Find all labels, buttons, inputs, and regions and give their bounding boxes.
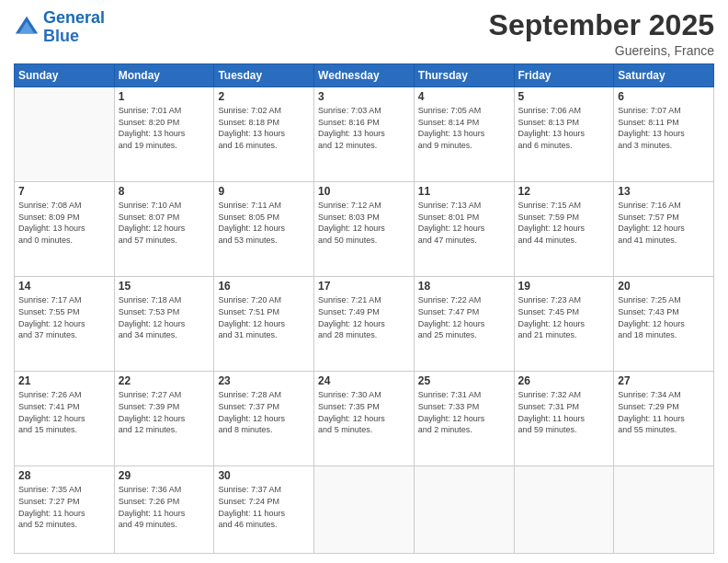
day-cell: 13Sunrise: 7:16 AM Sunset: 7:57 PM Dayli…: [614, 182, 714, 277]
day-cell: 7Sunrise: 7:08 AM Sunset: 8:09 PM Daylig…: [15, 182, 115, 277]
day-number: 27: [618, 374, 710, 387]
day-info: Sunrise: 7:01 AM Sunset: 8:20 PM Dayligh…: [119, 105, 210, 151]
day-info: Sunrise: 7:08 AM Sunset: 8:09 PM Dayligh…: [18, 200, 110, 246]
col-header-sunday: Sunday: [15, 64, 115, 87]
day-info: Sunrise: 7:13 AM Sunset: 8:01 PM Dayligh…: [418, 200, 510, 246]
day-number: 11: [418, 185, 510, 198]
day-info: Sunrise: 7:28 AM Sunset: 7:37 PM Dayligh…: [218, 389, 310, 435]
day-cell: 10Sunrise: 7:12 AM Sunset: 8:03 PM Dayli…: [314, 182, 415, 277]
day-cell: [514, 466, 614, 554]
day-cell: 6Sunrise: 7:07 AM Sunset: 8:11 PM Daylig…: [614, 87, 714, 182]
day-info: Sunrise: 7:03 AM Sunset: 8:16 PM Dayligh…: [318, 105, 410, 151]
day-number: 28: [18, 469, 110, 482]
day-cell: 16Sunrise: 7:20 AM Sunset: 7:51 PM Dayli…: [214, 277, 314, 372]
day-number: 6: [618, 90, 710, 103]
logo-line2: Blue: [43, 27, 79, 45]
day-info: Sunrise: 7:22 AM Sunset: 7:47 PM Dayligh…: [418, 294, 510, 340]
day-cell: 27Sunrise: 7:34 AM Sunset: 7:29 PM Dayli…: [614, 372, 714, 466]
day-cell: 20Sunrise: 7:25 AM Sunset: 7:43 PM Dayli…: [614, 277, 714, 372]
day-cell: 25Sunrise: 7:31 AM Sunset: 7:33 PM Dayli…: [414, 372, 514, 466]
week-row-3: 21Sunrise: 7:26 AM Sunset: 7:41 PM Dayli…: [15, 372, 714, 466]
day-cell: [414, 466, 514, 554]
day-number: 17: [318, 280, 410, 293]
calendar-table: SundayMondayTuesdayWednesdayThursdayFrid…: [14, 63, 714, 554]
day-cell: 12Sunrise: 7:15 AM Sunset: 7:59 PM Dayli…: [514, 182, 614, 277]
day-info: Sunrise: 7:12 AM Sunset: 8:03 PM Dayligh…: [318, 200, 410, 246]
header-row: SundayMondayTuesdayWednesdayThursdayFrid…: [15, 64, 714, 87]
day-cell: 1Sunrise: 7:01 AM Sunset: 8:20 PM Daylig…: [114, 87, 214, 182]
day-number: 29: [119, 469, 210, 482]
calendar-subtitle: Guereins, France: [489, 43, 714, 58]
day-number: 19: [518, 280, 610, 293]
day-info: Sunrise: 7:26 AM Sunset: 7:41 PM Dayligh…: [18, 389, 110, 435]
day-cell: 24Sunrise: 7:30 AM Sunset: 7:35 PM Dayli…: [314, 372, 415, 466]
col-header-wednesday: Wednesday: [314, 64, 415, 87]
day-number: 18: [418, 280, 510, 293]
day-cell: 23Sunrise: 7:28 AM Sunset: 7:37 PM Dayli…: [214, 372, 314, 466]
day-cell: 17Sunrise: 7:21 AM Sunset: 7:49 PM Dayli…: [314, 277, 415, 372]
calendar-title: September 2025: [489, 9, 714, 41]
day-cell: 11Sunrise: 7:13 AM Sunset: 8:01 PM Dayli…: [414, 182, 514, 277]
day-number: 22: [119, 374, 210, 387]
page: General Blue September 2025 Guereins, Fr…: [0, 0, 728, 563]
day-cell: [314, 466, 415, 554]
day-cell: 15Sunrise: 7:18 AM Sunset: 7:53 PM Dayli…: [114, 277, 214, 372]
day-info: Sunrise: 7:17 AM Sunset: 7:55 PM Dayligh…: [18, 294, 110, 340]
day-number: 13: [618, 185, 710, 198]
day-info: Sunrise: 7:36 AM Sunset: 7:26 PM Dayligh…: [119, 484, 210, 530]
day-cell: 4Sunrise: 7:05 AM Sunset: 8:14 PM Daylig…: [414, 87, 514, 182]
day-cell: 5Sunrise: 7:06 AM Sunset: 8:13 PM Daylig…: [514, 87, 614, 182]
day-number: 14: [18, 280, 110, 293]
day-number: 9: [218, 185, 310, 198]
col-header-friday: Friday: [514, 64, 614, 87]
day-cell: 21Sunrise: 7:26 AM Sunset: 7:41 PM Dayli…: [15, 372, 115, 466]
day-number: 12: [518, 185, 610, 198]
header: General Blue September 2025 Guereins, Fr…: [14, 9, 714, 58]
day-info: Sunrise: 7:34 AM Sunset: 7:29 PM Dayligh…: [618, 389, 710, 435]
day-info: Sunrise: 7:02 AM Sunset: 8:18 PM Dayligh…: [218, 105, 310, 151]
day-info: Sunrise: 7:23 AM Sunset: 7:45 PM Dayligh…: [518, 294, 610, 340]
day-cell: 9Sunrise: 7:11 AM Sunset: 8:05 PM Daylig…: [214, 182, 314, 277]
day-info: Sunrise: 7:05 AM Sunset: 8:14 PM Dayligh…: [418, 105, 510, 151]
week-row-4: 28Sunrise: 7:35 AM Sunset: 7:27 PM Dayli…: [15, 466, 714, 554]
day-number: 30: [218, 469, 310, 482]
day-cell: 18Sunrise: 7:22 AM Sunset: 7:47 PM Dayli…: [414, 277, 514, 372]
day-info: Sunrise: 7:15 AM Sunset: 7:59 PM Dayligh…: [518, 200, 610, 246]
day-cell: 2Sunrise: 7:02 AM Sunset: 8:18 PM Daylig…: [214, 87, 314, 182]
day-info: Sunrise: 7:16 AM Sunset: 7:57 PM Dayligh…: [618, 200, 710, 246]
day-info: Sunrise: 7:06 AM Sunset: 8:13 PM Dayligh…: [518, 105, 610, 151]
day-cell: [614, 466, 714, 554]
day-number: 16: [218, 280, 310, 293]
day-info: Sunrise: 7:32 AM Sunset: 7:31 PM Dayligh…: [518, 389, 610, 435]
day-number: 10: [318, 185, 410, 198]
title-block: September 2025 Guereins, France: [489, 9, 714, 58]
logo: General Blue: [14, 9, 105, 46]
col-header-tuesday: Tuesday: [214, 64, 314, 87]
day-info: Sunrise: 7:27 AM Sunset: 7:39 PM Dayligh…: [119, 389, 210, 435]
day-info: Sunrise: 7:21 AM Sunset: 7:49 PM Dayligh…: [318, 294, 410, 340]
day-number: 26: [518, 374, 610, 387]
day-cell: 26Sunrise: 7:32 AM Sunset: 7:31 PM Dayli…: [514, 372, 614, 466]
week-row-1: 7Sunrise: 7:08 AM Sunset: 8:09 PM Daylig…: [15, 182, 714, 277]
day-cell: 28Sunrise: 7:35 AM Sunset: 7:27 PM Dayli…: [15, 466, 115, 554]
day-info: Sunrise: 7:30 AM Sunset: 7:35 PM Dayligh…: [318, 389, 410, 435]
week-row-2: 14Sunrise: 7:17 AM Sunset: 7:55 PM Dayli…: [15, 277, 714, 372]
day-cell: 30Sunrise: 7:37 AM Sunset: 7:24 PM Dayli…: [214, 466, 314, 554]
day-info: Sunrise: 7:07 AM Sunset: 8:11 PM Dayligh…: [618, 105, 710, 151]
day-cell: 3Sunrise: 7:03 AM Sunset: 8:16 PM Daylig…: [314, 87, 415, 182]
col-header-monday: Monday: [114, 64, 214, 87]
day-number: 8: [119, 185, 210, 198]
day-info: Sunrise: 7:31 AM Sunset: 7:33 PM Dayligh…: [418, 389, 510, 435]
day-number: 20: [618, 280, 710, 293]
day-cell: 22Sunrise: 7:27 AM Sunset: 7:39 PM Dayli…: [114, 372, 214, 466]
day-number: 15: [119, 280, 210, 293]
logo-text: General Blue: [43, 9, 105, 46]
day-info: Sunrise: 7:25 AM Sunset: 7:43 PM Dayligh…: [618, 294, 710, 340]
day-info: Sunrise: 7:10 AM Sunset: 8:07 PM Dayligh…: [119, 200, 210, 246]
day-cell: [15, 87, 115, 182]
day-cell: 29Sunrise: 7:36 AM Sunset: 7:26 PM Dayli…: [114, 466, 214, 554]
day-number: 1: [119, 90, 210, 103]
logo-line1: General: [43, 8, 105, 27]
week-row-0: 1Sunrise: 7:01 AM Sunset: 8:20 PM Daylig…: [15, 87, 714, 182]
day-number: 21: [18, 374, 110, 387]
